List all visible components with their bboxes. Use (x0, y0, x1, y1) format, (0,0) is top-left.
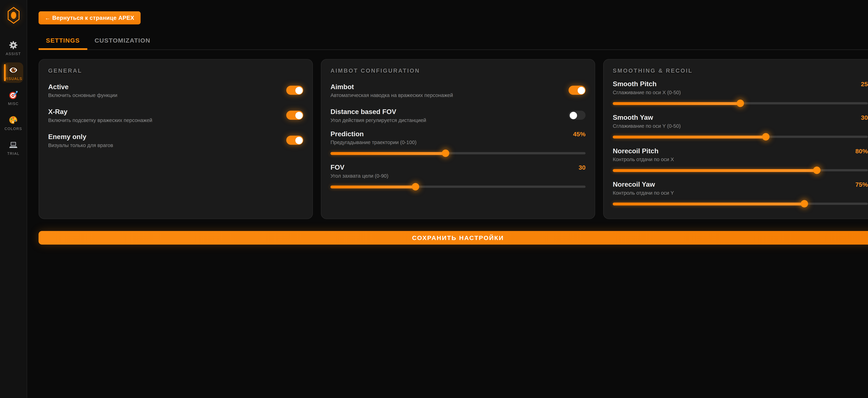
enemy-only-toggle[interactable] (286, 136, 303, 145)
toggle-row-xray: X-Ray Включить подсветку вражеских персо… (48, 107, 303, 124)
slider-row-smooth-yaw: Smooth Yaw 30 Сглаживание по оси Y (0-50… (613, 113, 868, 141)
toggle-knob (295, 112, 302, 119)
setting-value: 30 (861, 114, 868, 121)
slider-knob[interactable] (737, 100, 744, 107)
fov-slider[interactable] (331, 183, 586, 191)
sidebar-item-label: MISC (8, 102, 19, 106)
slider-row-norecoil-yaw: Norecoil Yaw 75% Контроль отдачи по оси … (613, 180, 868, 208)
back-to-apex-button[interactable]: ← Вернуться к странице APEX (38, 11, 141, 24)
setting-name: Norecoil Pitch (613, 147, 658, 155)
aimbot-toggle[interactable] (568, 86, 586, 95)
setting-desc: Сглаживание по оси X (0-50) (613, 90, 868, 95)
sidebar-item-label: ASSIST (6, 52, 21, 56)
palette-icon (8, 115, 18, 125)
setting-name: FOV (331, 163, 345, 171)
setting-name: Enemy only (48, 133, 113, 140)
setting-value: 30 (579, 164, 586, 171)
slider-fill (613, 202, 804, 205)
toggle-knob (569, 112, 577, 119)
sidebar-item-label: COLORS (4, 126, 22, 131)
tab-settings[interactable]: SETTINGS (38, 32, 87, 50)
eye-icon (8, 65, 18, 75)
distance-fov-toggle[interactable] (568, 111, 586, 120)
prediction-slider[interactable] (331, 149, 586, 157)
slider-knob[interactable] (801, 200, 808, 207)
laptop-icon (8, 140, 18, 150)
slider-fill (613, 135, 766, 138)
sidebar-item-assist[interactable]: ASSIST (4, 37, 23, 58)
gear-icon (8, 40, 18, 50)
slider-fill (613, 169, 817, 172)
tab-bar: SETTINGS CUSTOMIZATION (38, 32, 868, 50)
toggle-row-distance-fov: Distance based FOV Угол действия регулир… (331, 107, 586, 124)
active-toggle[interactable] (286, 86, 303, 95)
toggle-row-active: Active Включить основные функции (48, 82, 303, 99)
tab-customization[interactable]: CUSTOMIZATION (87, 32, 158, 50)
app-logo-icon (6, 7, 21, 24)
target-icon (8, 90, 18, 100)
setting-desc: Угол захвата цели (0-90) (331, 173, 586, 179)
sidebar-item-trial[interactable]: TRIAL (4, 137, 23, 158)
panel-title: GENERAL (48, 67, 303, 74)
panel-title: SMOOTHING & RECOIL (613, 67, 868, 74)
setting-name: Smooth Pitch (613, 80, 657, 88)
setting-desc: Предугадывание траектории (0-100) (331, 140, 586, 145)
setting-name: Smooth Yaw (613, 113, 653, 121)
sidebar-item-misc[interactable]: MISC (4, 87, 23, 108)
slider-row-fov: FOV 30 Угол захвата цели (0-90) (331, 163, 586, 191)
slider-row-smooth-pitch: Smooth Pitch 25 Сглаживание по оси X (0-… (613, 80, 868, 107)
setting-name: Prediction (331, 130, 364, 138)
slider-fill (613, 102, 740, 105)
slider-fill (331, 185, 415, 188)
panel-smoothing-recoil: SMOOTHING & RECOIL Smooth Pitch 25 Сглаж… (603, 59, 868, 219)
settings-panels: GENERAL Active Включить основные функции… (38, 59, 868, 219)
slider-knob[interactable] (813, 167, 820, 174)
setting-name: Distance based FOV (331, 108, 426, 116)
setting-name: Aimbot (331, 83, 453, 90)
setting-value: 80% (855, 147, 868, 154)
setting-name: Norecoil Yaw (613, 180, 655, 189)
setting-value: 45% (573, 131, 586, 137)
app-window: ASSIST VISUALS MISC (0, 0, 868, 398)
sidebar-item-label: VISUALS (4, 77, 22, 81)
setting-desc: Включить основные функции (48, 92, 117, 98)
sidebar: ASSIST VISUALS MISC (0, 0, 27, 398)
toggle-row-aimbot: Aimbot Автоматическая наводка на вражеск… (331, 82, 586, 99)
save-settings-button[interactable]: СОХРАНИТЬ НАСТРОЙКИ (38, 231, 868, 245)
panel-title: AIMBOT CONFIGURATION (331, 67, 586, 74)
setting-name: Active (48, 83, 117, 90)
sidebar-item-label: TRIAL (7, 151, 20, 155)
setting-desc: Автоматическая наводка на вражеских перс… (331, 92, 453, 98)
slider-row-prediction: Prediction 45% Предугадывание траектории… (331, 130, 586, 157)
slider-knob[interactable] (412, 183, 419, 190)
main-content: ← Вернуться к странице APEX SETTINGS CUS… (27, 0, 868, 398)
setting-desc: Контроль отдачи по оси X (613, 157, 868, 162)
norecoil-pitch-slider[interactable] (613, 166, 868, 174)
slider-row-norecoil-pitch: Norecoil Pitch 80% Контроль отдачи по ос… (613, 147, 868, 174)
smooth-yaw-slider[interactable] (613, 133, 868, 141)
setting-value: 75% (855, 181, 868, 188)
toggle-knob (295, 87, 302, 94)
norecoil-yaw-slider[interactable] (613, 200, 868, 208)
setting-desc: Включить подсветку вражеских персонажей (48, 117, 152, 123)
setting-desc: Контроль отдачи по оси Y (613, 190, 868, 196)
toggle-row-enemy-only: Enemy only Визуалы только для врагов (48, 132, 303, 149)
slider-fill (331, 152, 445, 154)
setting-desc: Угол действия регулируется дистанцией (331, 117, 426, 123)
panel-aimbot: AIMBOT CONFIGURATION Aimbot Автоматическ… (321, 59, 595, 219)
panel-general: GENERAL Active Включить основные функции… (38, 59, 313, 219)
sidebar-item-colors[interactable]: COLORS (4, 112, 23, 133)
toggle-knob (578, 87, 585, 94)
slider-knob[interactable] (442, 149, 449, 157)
sidebar-item-visuals[interactable]: VISUALS (4, 62, 23, 83)
slider-knob[interactable] (762, 133, 769, 140)
setting-name: X-Ray (48, 108, 152, 116)
toggle-knob (295, 136, 302, 144)
smooth-pitch-slider[interactable] (613, 99, 868, 107)
xray-toggle[interactable] (286, 111, 303, 120)
setting-desc: Визуалы только для врагов (48, 142, 113, 148)
setting-desc: Сглаживание по оси Y (0-50) (613, 123, 868, 129)
setting-value: 25 (861, 81, 868, 87)
